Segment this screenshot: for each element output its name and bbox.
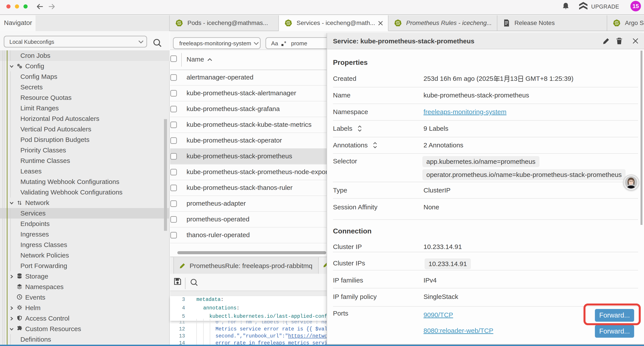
svg-text:*: * <box>284 41 286 46</box>
svg-text:HELM: HELM <box>18 307 22 308</box>
